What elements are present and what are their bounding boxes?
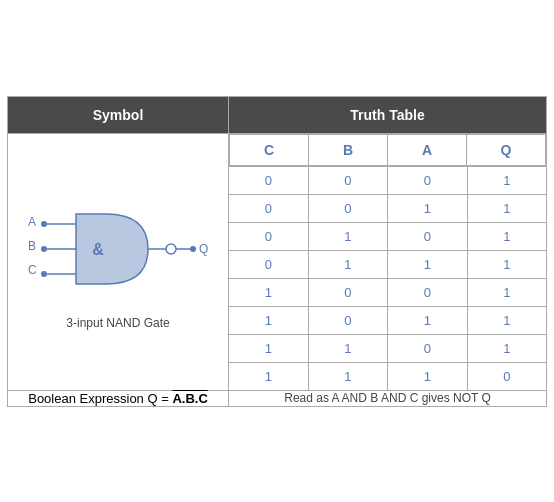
table-cell: 1 [467, 334, 547, 362]
table-cell: 0 [388, 278, 468, 306]
svg-point-3 [41, 221, 47, 227]
table-cell: 1 [388, 306, 468, 334]
table-cell: 1 [308, 362, 388, 390]
table-cell: 0 [308, 278, 388, 306]
table-cell: 0 [229, 222, 309, 250]
table-cell: 0 [308, 306, 388, 334]
boolean-description: Read as A AND B AND C gives NOT Q [229, 390, 547, 406]
table-cell: 1 [308, 222, 388, 250]
table-cell: 1 [467, 166, 547, 194]
gate-svg: A B C [18, 194, 218, 304]
boolean-expression: Boolean Expression Q = A.B.C [8, 390, 229, 406]
table-cell: 1 [388, 362, 468, 390]
table-cell: 0 [388, 222, 468, 250]
table-cell: 0 [229, 194, 309, 222]
col-header-q: Q [467, 134, 546, 165]
table-cell: 0 [308, 166, 388, 194]
table-cell: 1 [467, 250, 547, 278]
table-cell: 1 [229, 362, 309, 390]
svg-point-13 [190, 246, 196, 252]
gate-name-label: 3-input NAND Gate [66, 316, 169, 330]
table-cell: 1 [229, 278, 309, 306]
svg-text:Q: Q [199, 242, 208, 256]
main-table: Symbol Truth Table A B C [7, 96, 547, 407]
table-cell: 1 [467, 278, 547, 306]
table-cell: 0 [229, 250, 309, 278]
gate-container: A B C [18, 184, 218, 340]
table-cell: 1 [467, 194, 547, 222]
table-cell: 1 [467, 222, 547, 250]
table-cell: 0 [388, 334, 468, 362]
col-header-c: C [230, 134, 309, 165]
col-header-b: B [309, 134, 388, 165]
table-cell: 0 [388, 166, 468, 194]
table-cell: 0 [308, 194, 388, 222]
symbol-header: Symbol [8, 96, 229, 133]
expression-overline: A.B.C [172, 391, 207, 406]
table-cell: 0 [467, 362, 547, 390]
col-header-a: A [388, 134, 467, 165]
table-cell: 1 [388, 194, 468, 222]
truth-table-header: Truth Table [229, 96, 547, 133]
symbol-cell: A B C [8, 133, 229, 390]
svg-point-4 [41, 246, 47, 252]
table-cell: 1 [388, 250, 468, 278]
boolean-prefix: Boolean Expression Q = [28, 391, 172, 406]
table-cell: 1 [229, 306, 309, 334]
svg-text:A: A [28, 215, 36, 229]
svg-text:C: C [28, 263, 37, 277]
svg-point-5 [41, 271, 47, 277]
svg-text:B: B [28, 239, 36, 253]
table-cell: 1 [308, 334, 388, 362]
truth-table-columns: C B A Q [229, 133, 547, 166]
svg-point-11 [166, 244, 176, 254]
svg-text:&: & [92, 241, 104, 258]
table-cell: 1 [308, 250, 388, 278]
table-cell: 1 [467, 306, 547, 334]
table-cell: 0 [229, 166, 309, 194]
gate-svg-area: A B C [18, 194, 218, 304]
table-cell: 1 [229, 334, 309, 362]
